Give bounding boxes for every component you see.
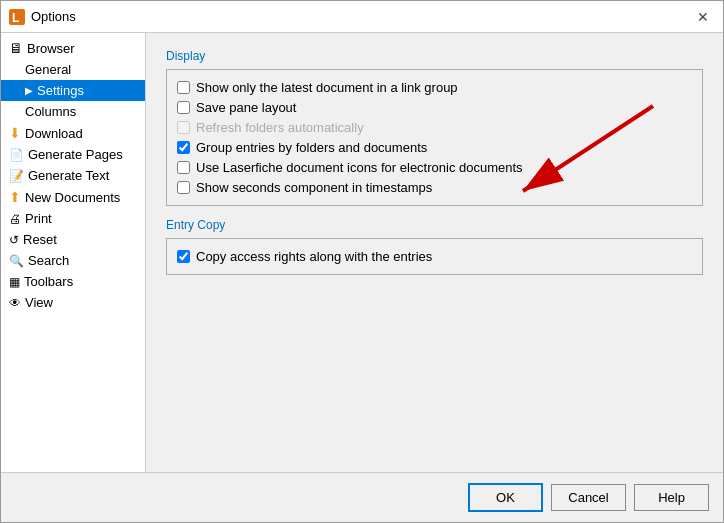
sidebar-item-general[interactable]: General: [1, 59, 145, 80]
use-laserfiche-icons-row: Use Laserfiche document icons for electr…: [177, 160, 688, 175]
refresh-folders-row: Refresh folders automatically: [177, 120, 688, 135]
display-section: Display Show only the latest document in…: [166, 49, 703, 206]
group-entries-checkbox[interactable]: [177, 141, 190, 154]
toolbars-icon: ▦: [9, 275, 20, 289]
close-button[interactable]: ✕: [691, 8, 715, 26]
entry-copy-section-label: Entry Copy: [166, 218, 703, 232]
sidebar-item-label: Reset: [23, 232, 57, 247]
new-documents-icon: ⬆: [9, 189, 21, 205]
search-icon: 🔍: [9, 254, 24, 268]
sidebar-item-new-documents[interactable]: ⬆ New Documents: [1, 186, 145, 208]
sidebar-item-print[interactable]: 🖨 Print: [1, 208, 145, 229]
dialog-title: Options: [31, 9, 76, 24]
sidebar: 🖥 Browser General ▶ Settings Columns ⬇ D…: [1, 33, 146, 472]
refresh-folders-checkbox[interactable]: [177, 121, 190, 134]
show-latest-checkbox[interactable]: [177, 81, 190, 94]
sidebar-item-toolbars[interactable]: ▦ Toolbars: [1, 271, 145, 292]
display-section-box: Show only the latest document in a link …: [166, 69, 703, 206]
sidebar-item-label: Browser: [27, 41, 75, 56]
use-laserfiche-icons-label: Use Laserfiche document icons for electr…: [196, 160, 523, 175]
show-seconds-row: Show seconds component in timestamps: [177, 180, 688, 195]
content-area: Display Show only the latest document in…: [146, 33, 723, 472]
use-laserfiche-icons-checkbox[interactable]: [177, 161, 190, 174]
show-seconds-checkbox[interactable]: [177, 181, 190, 194]
display-section-label: Display: [166, 49, 703, 63]
sidebar-item-label: Toolbars: [24, 274, 73, 289]
copy-access-checkbox[interactable]: [177, 250, 190, 263]
generate-text-icon: 📝: [9, 169, 24, 183]
sidebar-item-label: Generate Text: [28, 168, 109, 183]
sidebar-item-label: General: [25, 62, 71, 77]
sidebar-item-label: View: [25, 295, 53, 310]
arrow-icon: ▶: [25, 85, 33, 96]
dialog-footer: OK Cancel Help: [1, 472, 723, 522]
view-icon: 👁: [9, 296, 21, 310]
sidebar-item-settings[interactable]: ▶ Settings: [1, 80, 145, 101]
options-dialog: L Options ✕ 🖥 Browser General ▶ Settings: [0, 0, 724, 523]
generate-pages-icon: 📄: [9, 148, 24, 162]
show-seconds-label: Show seconds component in timestamps: [196, 180, 432, 195]
sidebar-item-label: Settings: [37, 83, 84, 98]
app-icon: L: [9, 9, 25, 25]
entry-copy-section: Entry Copy Copy access rights along with…: [166, 218, 703, 275]
sidebar-item-label: New Documents: [25, 190, 120, 205]
copy-access-row: Copy access rights along with the entrie…: [177, 249, 688, 264]
ok-button[interactable]: OK: [468, 483, 543, 512]
sidebar-item-browser[interactable]: 🖥 Browser: [1, 37, 145, 59]
svg-text:L: L: [12, 11, 19, 25]
title-bar: L Options ✕: [1, 1, 723, 33]
group-entries-row: Group entries by folders and documents: [177, 140, 688, 155]
reset-icon: ↺: [9, 233, 19, 247]
sidebar-item-label: Search: [28, 253, 69, 268]
title-bar-left: L Options: [9, 9, 76, 25]
save-pane-label: Save pane layout: [196, 100, 296, 115]
sidebar-item-search[interactable]: 🔍 Search: [1, 250, 145, 271]
sidebar-item-label: Print: [25, 211, 52, 226]
sidebar-item-label: Generate Pages: [28, 147, 123, 162]
sidebar-item-download[interactable]: ⬇ Download: [1, 122, 145, 144]
save-pane-row: Save pane layout: [177, 100, 688, 115]
browser-icon: 🖥: [9, 40, 23, 56]
copy-access-label: Copy access rights along with the entrie…: [196, 249, 432, 264]
sidebar-item-view[interactable]: 👁 View: [1, 292, 145, 313]
cancel-button[interactable]: Cancel: [551, 484, 626, 511]
print-icon: 🖨: [9, 212, 21, 226]
help-button[interactable]: Help: [634, 484, 709, 511]
sidebar-item-generate-pages[interactable]: 📄 Generate Pages: [1, 144, 145, 165]
show-latest-row: Show only the latest document in a link …: [177, 80, 688, 95]
sidebar-item-label: Columns: [25, 104, 76, 119]
sidebar-item-columns[interactable]: Columns: [1, 101, 145, 122]
sidebar-item-label: Download: [25, 126, 83, 141]
group-entries-label: Group entries by folders and documents: [196, 140, 427, 155]
save-pane-checkbox[interactable]: [177, 101, 190, 114]
sidebar-item-reset[interactable]: ↺ Reset: [1, 229, 145, 250]
entry-copy-section-box: Copy access rights along with the entrie…: [166, 238, 703, 275]
download-icon: ⬇: [9, 125, 21, 141]
refresh-folders-label: Refresh folders automatically: [196, 120, 364, 135]
show-latest-label: Show only the latest document in a link …: [196, 80, 458, 95]
sidebar-item-generate-text[interactable]: 📝 Generate Text: [1, 165, 145, 186]
dialog-body: 🖥 Browser General ▶ Settings Columns ⬇ D…: [1, 33, 723, 472]
